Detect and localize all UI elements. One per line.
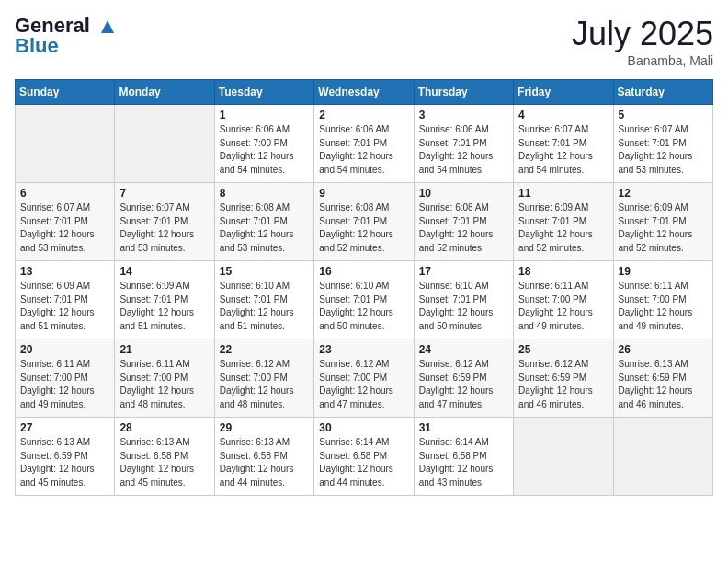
day-detail: Sunrise: 6:07 AM Sunset: 7:01 PM Dayligh… [20,201,109,255]
day-number: 17 [419,265,508,278]
day-cell: 17Sunrise: 6:10 AM Sunset: 7:01 PM Dayli… [414,261,513,339]
day-number: 24 [419,343,508,356]
day-detail: Sunrise: 6:12 AM Sunset: 7:00 PM Dayligh… [220,358,309,411]
day-detail: Sunrise: 6:08 AM Sunset: 7:01 PM Dayligh… [419,201,508,255]
day-number: 11 [518,187,608,200]
day-cell [115,105,214,183]
day-cell: 31Sunrise: 6:14 AM Sunset: 6:58 PM Dayli… [414,418,513,496]
day-detail: Sunrise: 6:06 AM Sunset: 7:01 PM Dayligh… [419,123,508,177]
logo-blue: Blue [15,35,118,57]
day-number: 14 [119,265,209,278]
week-row-2: 6Sunrise: 6:07 AM Sunset: 7:01 PM Daylig… [16,183,713,261]
day-number: 6 [20,187,109,200]
weekday-header-saturday: Saturday [613,80,712,105]
week-row-5: 27Sunrise: 6:13 AM Sunset: 6:59 PM Dayli… [16,418,713,496]
day-cell: 24Sunrise: 6:12 AM Sunset: 6:59 PM Dayli… [414,339,513,418]
day-detail: Sunrise: 6:11 AM Sunset: 7:00 PM Dayligh… [619,280,708,333]
day-detail: Sunrise: 6:11 AM Sunset: 7:00 PM Dayligh… [119,358,209,411]
day-number: 15 [220,265,309,278]
day-cell: 10Sunrise: 6:08 AM Sunset: 7:01 PM Dayli… [414,183,513,261]
day-detail: Sunrise: 6:10 AM Sunset: 7:01 PM Dayligh… [220,280,309,333]
day-number: 30 [319,421,408,434]
day-detail: Sunrise: 6:13 AM Sunset: 6:59 PM Dayligh… [619,358,708,411]
day-cell: 3Sunrise: 6:06 AM Sunset: 7:01 PM Daylig… [414,105,513,183]
day-cell: 25Sunrise: 6:12 AM Sunset: 6:59 PM Dayli… [514,339,613,418]
day-cell: 15Sunrise: 6:10 AM Sunset: 7:01 PM Dayli… [214,261,313,339]
day-detail: Sunrise: 6:08 AM Sunset: 7:01 PM Dayligh… [220,201,309,255]
day-number: 25 [518,343,608,356]
day-cell [514,418,613,496]
day-number: 13 [20,265,109,278]
weekday-header-tuesday: Tuesday [214,80,313,105]
day-number: 4 [518,109,608,121]
day-number: 5 [619,109,708,121]
day-cell: 9Sunrise: 6:08 AM Sunset: 7:01 PM Daylig… [314,183,414,261]
day-number: 19 [619,265,708,278]
day-detail: Sunrise: 6:09 AM Sunset: 7:01 PM Dayligh… [20,280,109,333]
day-cell: 30Sunrise: 6:14 AM Sunset: 6:58 PM Dayli… [314,418,414,496]
day-number: 27 [20,421,109,434]
weekday-header-monday: Monday [115,80,214,105]
day-cell: 21Sunrise: 6:11 AM Sunset: 7:00 PM Dayli… [115,339,214,418]
weekday-header-wednesday: Wednesday [314,80,414,105]
week-row-1: 1Sunrise: 6:06 AM Sunset: 7:00 PM Daylig… [16,105,713,183]
day-number: 28 [119,421,209,434]
day-cell: 12Sunrise: 6:09 AM Sunset: 7:01 PM Dayli… [613,183,712,261]
day-number: 9 [319,187,408,200]
day-cell: 28Sunrise: 6:13 AM Sunset: 6:58 PM Dayli… [115,418,214,496]
day-detail: Sunrise: 6:12 AM Sunset: 6:59 PM Dayligh… [518,358,608,411]
day-cell: 19Sunrise: 6:11 AM Sunset: 7:00 PM Dayli… [613,261,712,339]
day-cell [613,418,712,496]
day-number: 29 [220,421,309,434]
day-detail: Sunrise: 6:14 AM Sunset: 6:58 PM Dayligh… [319,436,408,489]
week-row-3: 13Sunrise: 6:09 AM Sunset: 7:01 PM Dayli… [16,261,713,339]
day-number: 16 [319,265,408,278]
day-cell: 26Sunrise: 6:13 AM Sunset: 6:59 PM Dayli… [613,339,712,418]
week-row-4: 20Sunrise: 6:11 AM Sunset: 7:00 PM Dayli… [16,339,713,418]
day-detail: Sunrise: 6:11 AM Sunset: 7:00 PM Dayligh… [518,280,608,333]
day-detail: Sunrise: 6:13 AM Sunset: 6:58 PM Dayligh… [220,436,309,489]
weekday-header-thursday: Thursday [414,80,513,105]
location: Banamba, Mali [572,53,713,68]
weekday-header-friday: Friday [514,80,613,105]
weekday-header-row: SundayMondayTuesdayWednesdayThursdayFrid… [16,80,713,105]
day-detail: Sunrise: 6:13 AM Sunset: 6:58 PM Dayligh… [119,436,209,489]
logo: General Blue [15,15,118,57]
weekday-header-sunday: Sunday [16,80,115,105]
day-number: 12 [619,187,708,200]
day-cell [16,105,115,183]
day-detail: Sunrise: 6:06 AM Sunset: 7:01 PM Dayligh… [319,123,408,177]
day-cell: 14Sunrise: 6:09 AM Sunset: 7:01 PM Dayli… [115,261,214,339]
day-cell: 16Sunrise: 6:10 AM Sunset: 7:01 PM Dayli… [314,261,414,339]
day-number: 10 [419,187,508,200]
day-detail: Sunrise: 6:07 AM Sunset: 7:01 PM Dayligh… [619,123,708,177]
day-number: 21 [119,343,209,356]
day-detail: Sunrise: 6:12 AM Sunset: 6:59 PM Dayligh… [419,358,508,411]
title-block: July 2025 Banamba, Mali [572,15,713,68]
day-number: 2 [319,109,408,121]
day-cell: 23Sunrise: 6:12 AM Sunset: 7:00 PM Dayli… [314,339,414,418]
day-number: 7 [119,187,209,200]
day-cell: 8Sunrise: 6:08 AM Sunset: 7:01 PM Daylig… [214,183,313,261]
day-detail: Sunrise: 6:11 AM Sunset: 7:00 PM Dayligh… [20,358,109,411]
day-detail: Sunrise: 6:09 AM Sunset: 7:01 PM Dayligh… [619,201,708,255]
day-cell: 18Sunrise: 6:11 AM Sunset: 7:00 PM Dayli… [514,261,613,339]
page-header: General Blue July 2025 Banamba, Mali [15,15,713,68]
day-detail: Sunrise: 6:14 AM Sunset: 6:58 PM Dayligh… [419,436,508,489]
day-cell: 5Sunrise: 6:07 AM Sunset: 7:01 PM Daylig… [613,105,712,183]
day-detail: Sunrise: 6:10 AM Sunset: 7:01 PM Dayligh… [319,280,408,333]
day-cell: 2Sunrise: 6:06 AM Sunset: 7:01 PM Daylig… [314,105,414,183]
day-cell: 27Sunrise: 6:13 AM Sunset: 6:59 PM Dayli… [16,418,115,496]
day-detail: Sunrise: 6:09 AM Sunset: 7:01 PM Dayligh… [119,280,209,333]
day-detail: Sunrise: 6:08 AM Sunset: 7:01 PM Dayligh… [319,201,408,255]
day-detail: Sunrise: 6:10 AM Sunset: 7:01 PM Dayligh… [419,280,508,333]
day-detail: Sunrise: 6:09 AM Sunset: 7:01 PM Dayligh… [518,201,608,255]
day-number: 31 [419,421,508,434]
day-number: 20 [20,343,109,356]
day-cell: 7Sunrise: 6:07 AM Sunset: 7:01 PM Daylig… [115,183,214,261]
day-cell: 20Sunrise: 6:11 AM Sunset: 7:00 PM Dayli… [16,339,115,418]
day-detail: Sunrise: 6:07 AM Sunset: 7:01 PM Dayligh… [119,201,209,255]
svg-marker-0 [101,20,114,33]
day-detail: Sunrise: 6:13 AM Sunset: 6:59 PM Dayligh… [20,436,109,489]
logo-icon [97,17,118,37]
